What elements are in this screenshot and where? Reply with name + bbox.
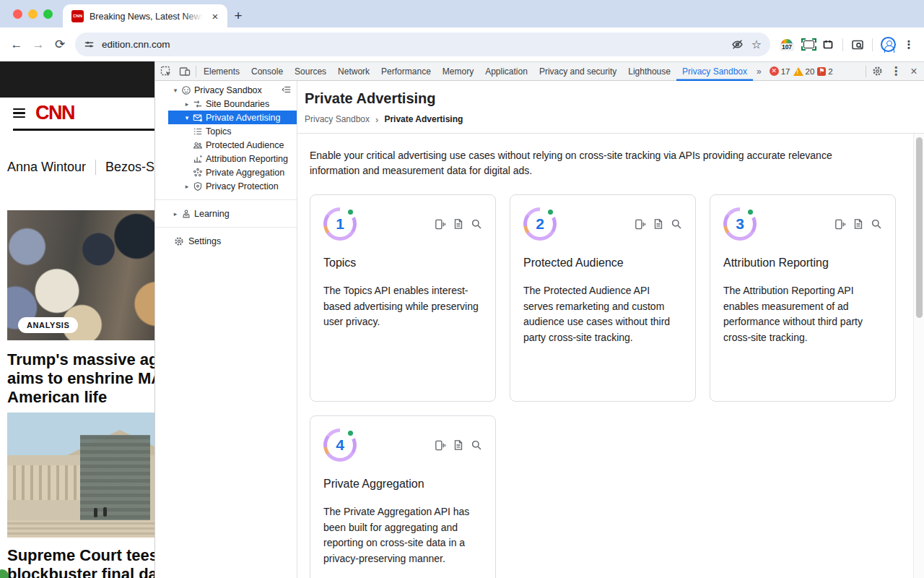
scrollbar-thumb[interactable] <box>916 137 923 318</box>
tab-title: Breaking News, Latest News an <box>90 12 203 22</box>
topic-link[interactable]: Anna Wintour <box>7 160 86 175</box>
error-count[interactable]: ✕17 <box>770 66 790 76</box>
status-dot <box>548 210 553 215</box>
tree-item-settings[interactable]: Settings <box>155 234 297 248</box>
traffic-lights <box>0 0 63 27</box>
tab-lighthouse[interactable]: Lighthouse <box>622 62 676 81</box>
site-settings-icon[interactable] <box>82 38 95 51</box>
docs-icon[interactable] <box>853 218 864 230</box>
scrollbar-track[interactable] <box>913 134 924 578</box>
private-advertising-panel: Private Advertising Privacy Sandbox › Pr… <box>297 81 924 578</box>
tab-network[interactable]: Network <box>332 62 375 81</box>
article-headline[interactable]: Trump's massive agenda aims to enshrine … <box>7 350 154 407</box>
tab-application[interactable]: Application <box>479 62 533 81</box>
open-panel-icon[interactable] <box>434 439 446 452</box>
card-title: Attribution Reporting <box>723 256 882 269</box>
docs-icon[interactable] <box>453 439 464 451</box>
open-panel-icon[interactable] <box>634 218 646 230</box>
tab-memory[interactable]: Memory <box>437 62 479 81</box>
tab-title-wrap: Breaking News, Latest News an <box>90 9 203 22</box>
collapse-sidebar-icon[interactable] <box>282 85 292 95</box>
card-topics[interactable]: 1 Topics T <box>310 194 496 402</box>
tree-item-topics[interactable]: Topics <box>155 124 297 138</box>
warning-count[interactable]: 20 <box>793 67 815 76</box>
device-toolbar-icon[interactable] <box>175 62 194 80</box>
tab-privacy-sandbox[interactable]: Privacy Sandbox <box>676 62 753 81</box>
tree-item-label: Protected Audience <box>206 140 284 150</box>
menu-hamburger-icon[interactable] <box>13 108 25 118</box>
more-tabs-icon[interactable]: » <box>753 66 765 77</box>
eye-off-icon[interactable] <box>731 38 744 51</box>
tab-counter-extension-icon[interactable]: 107 <box>777 39 796 51</box>
private-aggregation-icon <box>192 167 203 178</box>
tree-item-private-advertising[interactable]: ▾ Private Advertising <box>155 111 297 124</box>
chevron-down-icon[interactable]: ▾ <box>183 114 191 121</box>
protected-audience-icon <box>192 139 203 150</box>
card-protected-audience[interactable]: 2 Protected Audience <box>510 194 696 402</box>
tree-item-privacy-protection[interactable]: ▸ Privacy Protection <box>155 179 297 193</box>
tree-item-privacy-sandbox[interactable]: ▾ Privacy Sandbox <box>155 83 297 97</box>
cnn-top-banner <box>0 61 154 98</box>
tab-sources[interactable]: Sources <box>289 62 332 81</box>
docs-icon[interactable] <box>653 218 664 230</box>
open-panel-icon[interactable] <box>834 218 846 230</box>
console-status-counts: ✕17 20 ⚑2 <box>770 66 833 76</box>
profile-avatar[interactable] <box>881 37 896 52</box>
tree-item-site-boundaries[interactable]: ▸ Site Boundaries <box>155 97 297 111</box>
tab-close-icon[interactable]: × <box>209 9 222 22</box>
tree-item-protected-audience[interactable]: Protected Audience <box>155 138 297 152</box>
chevron-right-icon[interactable]: ▸ <box>183 100 191 108</box>
devtools-close-icon[interactable]: × <box>905 65 923 78</box>
search-icon[interactable] <box>471 439 482 451</box>
article-image-supreme-court[interactable] <box>7 413 155 538</box>
screenshot-extension-icon[interactable] <box>801 38 816 51</box>
new-tab-button[interactable]: + <box>227 4 249 27</box>
browser-tab[interactable]: CNN Breaking News, Latest News an × <box>63 4 227 27</box>
tree-item-attribution-reporting[interactable]: Attribution Reporting <box>155 152 297 165</box>
url-text[interactable]: edition.cnn.com <box>102 39 724 50</box>
extension-area: 107 ⋮ <box>777 37 918 52</box>
tree-item-learning[interactable]: ▸ Learning <box>155 207 297 220</box>
search-icon[interactable] <box>471 218 482 230</box>
devtools-menu-icon[interactable]: ⋮ <box>886 62 905 80</box>
tab-privacy-and-security[interactable]: Privacy and security <box>533 62 622 81</box>
article-image-crowd[interactable]: ANALYSIS <box>7 210 155 340</box>
search-icon[interactable] <box>871 218 882 230</box>
topic-link[interactable]: Bezos-Sánchez <box>95 160 154 175</box>
breadcrumb-current: Private Advertising <box>384 114 463 124</box>
minimize-window-button[interactable] <box>28 9 38 19</box>
open-panel-icon[interactable] <box>434 218 446 230</box>
tab-performance[interactable]: Performance <box>375 62 437 81</box>
cnn-favicon: CNN <box>71 10 84 22</box>
cnn-logo[interactable]: CNN <box>35 102 74 124</box>
browser-menu-icon[interactable]: ⋮ <box>901 38 917 51</box>
tree-item-label: Privacy Protection <box>206 181 279 191</box>
bookmark-star-icon[interactable]: ☆ <box>750 38 763 51</box>
forward-icon[interactable]: → <box>27 34 49 56</box>
inspect-element-icon[interactable] <box>157 62 175 80</box>
chevron-right-icon[interactable]: ▸ <box>171 210 180 217</box>
back-icon[interactable]: ← <box>6 34 27 56</box>
article-headline[interactable]: Supreme Court tees up blockbuster final … <box>7 546 154 578</box>
warning-icon <box>793 67 803 76</box>
tree-item-private-aggregation[interactable]: Private Aggregation <box>155 165 297 179</box>
issues-count[interactable]: ⚑2 <box>817 67 832 76</box>
chevron-right-icon[interactable]: ▸ <box>183 183 191 190</box>
browser-toolbar: ← → ⟳ edition.cnn.com ☆ 107 <box>0 27 924 61</box>
address-bar[interactable]: edition.cnn.com ☆ <box>75 33 770 56</box>
chevron-down-icon[interactable]: ▾ <box>171 87 180 94</box>
card-private-aggregation[interactable]: 4 Private Aggregation <box>310 415 496 578</box>
tab-console[interactable]: Console <box>245 62 289 81</box>
breadcrumb-root[interactable]: Privacy Sandbox <box>305 114 370 124</box>
tab-elements[interactable]: Elements <box>198 62 245 81</box>
docs-icon[interactable] <box>453 218 464 230</box>
inspect-extension-icon[interactable] <box>851 38 864 51</box>
panel-description: Enable your critical advertising use cas… <box>310 148 873 178</box>
session-extension-icon[interactable] <box>821 38 834 51</box>
search-icon[interactable] <box>671 218 682 230</box>
zoom-window-button[interactable] <box>43 9 53 19</box>
card-attribution-reporting[interactable]: 3 Attribution Reporting <box>710 194 896 402</box>
close-window-button[interactable] <box>13 9 22 19</box>
reload-icon[interactable]: ⟳ <box>49 34 71 56</box>
devtools-settings-gear-icon[interactable] <box>868 62 886 80</box>
